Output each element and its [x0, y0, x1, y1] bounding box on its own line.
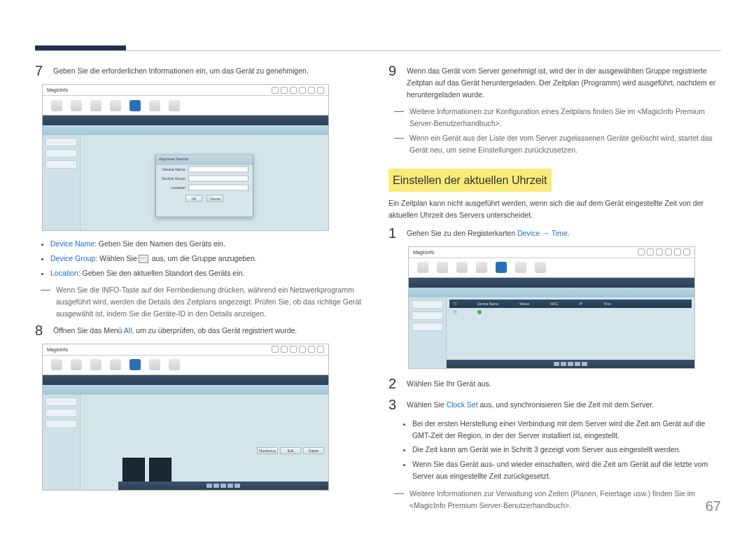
text-pre: Wählen Sie — [407, 400, 447, 409]
left-column: 7 Geben Sie die erforderlichen Informati… — [35, 63, 368, 514]
note-text: Wenn Sie die INFO-Taste auf der Fernbedi… — [56, 284, 368, 319]
device-thumb — [149, 458, 172, 483]
step-9: 9 Wenn das Gerät vom Server genehmigt is… — [388, 63, 721, 100]
ss-subbar — [409, 288, 694, 297]
col-status: Status — [519, 301, 529, 307]
step-text: Öffnen Sie das Menü All, um zu überprüfe… — [53, 323, 297, 338]
ss-logo: MagicInfo — [47, 346, 68, 353]
row-checkbox: ☐ — [454, 309, 456, 315]
bullet-gmt: Bei der ersten Herstellung einer Verbind… — [412, 418, 721, 442]
content-columns: 7 Geben Sie die erforderlichen Informati… — [35, 63, 721, 514]
section-intro: Ein Zeitplan kann nicht ausgeführt werde… — [388, 197, 721, 221]
ss-titlebar: MagicInfo — [409, 247, 694, 258]
modal-input-group — [188, 176, 248, 182]
step-text: Wählen Sie Ihr Gerät aus. — [407, 376, 491, 391]
clock-set: Clock Set — [447, 400, 478, 409]
note-device-delete: ― Wenn ein Gerät aus der Liste der vom S… — [394, 132, 721, 156]
step-2: 2 Wählen Sie Ihr Gerät aus. — [388, 376, 721, 391]
text-pre: Öffnen Sie das Menü — [53, 326, 124, 335]
step-number: 3 — [388, 397, 400, 412]
modal-label-location: Location — [160, 185, 186, 191]
bullet-list-time: Bei der ersten Herstellung einer Verbind… — [412, 418, 721, 482]
ss-titlebar: MagicInfo — [43, 344, 328, 356]
note-text: Wenn ein Gerät aus der Liste der vom Ser… — [410, 132, 721, 156]
text-post: . — [568, 229, 570, 237]
step-text: Geben Sie die erforderlichen Information… — [53, 63, 309, 78]
menu-all: All — [124, 326, 132, 335]
arrow-icon: → — [540, 229, 551, 237]
ss-sidebar — [43, 395, 80, 490]
step-number: 7 — [35, 63, 46, 78]
screenshot-device-time: MagicInfo ☐ Device Name Status MAC IP Ti… — [408, 246, 695, 369]
status-dot-icon — [477, 310, 482, 314]
step-3: 3 Wählen Sie Clock Set aus, und synchron… — [388, 397, 721, 412]
ss-toolbar — [43, 96, 328, 115]
bullet-location: Location: Geben Sie den aktuellen Stando… — [50, 267, 368, 279]
field-text-post: aus, um die Gruppe anzugeben. — [150, 254, 257, 262]
ss-toolbar — [43, 356, 328, 375]
tab-device: Device — [517, 229, 540, 237]
step-text: Wählen Sie Clock Set aus, und synchronis… — [407, 397, 654, 412]
right-column: 9 Wenn das Gerät vom Server genehmigt is… — [388, 63, 721, 514]
approve-modal: Approve Device Device Name Device Group … — [155, 155, 253, 218]
ss-subbar — [43, 385, 328, 395]
page-number: 67 — [706, 498, 721, 514]
note-text: Weitere Informationen zur Verwaltung von… — [410, 488, 721, 512]
ss-footer — [447, 360, 694, 368]
field-text: : Geben Sie den Namen des Geräts ein. — [94, 239, 225, 248]
device-thumb — [122, 458, 145, 483]
step-1: 1 Gehen Sie zu den Registerkarten Device… — [388, 225, 721, 241]
text-post: , um zu überprüfen, ob das Gerät registr… — [132, 326, 297, 335]
step-8: 8 Öffnen Sie das Menü All, um zu überprü… — [35, 323, 368, 338]
btn-edit: Edit — [280, 447, 301, 454]
ss-tabbar — [409, 278, 694, 288]
group-select-icon — [139, 255, 148, 263]
col-mac: MAC — [550, 301, 558, 307]
ss-sidebar — [409, 297, 447, 368]
screenshot-approve-device: MagicInfo Approve Device Device Name Dev… — [42, 84, 329, 231]
modal-input-name — [188, 167, 248, 173]
table-header: ☐ Device Name Status MAC IP Time — [449, 300, 692, 308]
step-number: 8 — [35, 323, 46, 338]
col-name: Device Name — [477, 301, 498, 307]
note-dash-icon: ― — [394, 488, 404, 512]
ss-subbar — [43, 125, 328, 135]
ss-tabbar — [43, 115, 328, 125]
modal-label-group: Device Group — [160, 176, 186, 182]
ss-footer — [118, 482, 328, 490]
ss-content: Approve Device Device Name Device Group … — [80, 135, 328, 230]
table-row: ☐ — [449, 308, 692, 316]
note-time-mgmt: ― Weitere Informationen zur Verwaltung v… — [394, 488, 721, 512]
modal-ok-button: OK — [186, 195, 202, 202]
step-text: Gehen Sie zu den Registerkarten Device →… — [407, 225, 570, 241]
note-text: Weitere Informationen zur Konfiguration … — [410, 106, 721, 129]
bullet-list-fields: Device Name: Geben Sie den Namen des Ger… — [50, 238, 368, 279]
ss-content: Monitoring Edit Delete admin admin — [80, 395, 328, 490]
field-label: Location — [50, 269, 78, 277]
step-text: Wenn das Gerät vom Server genehmigt ist,… — [407, 63, 721, 100]
note-info-remote: ― Wenn Sie die INFO-Taste auf der Fernbe… — [41, 284, 368, 319]
col-ip: IP — [579, 301, 582, 307]
col-time: Time — [603, 301, 611, 307]
ss-logo: MagicInfo — [413, 248, 434, 256]
bullet-step3: Die Zeit kann am Gerät wie in Schritt 3 … — [412, 444, 721, 456]
ss-action-buttons: Monitoring Edit Delete — [257, 447, 324, 454]
ss-window-controls — [272, 87, 324, 94]
text-pre: Gehen Sie zu den Registerkarten — [407, 229, 517, 237]
step-number: 9 — [388, 63, 400, 100]
step-number: 2 — [388, 376, 400, 391]
ss-titlebar: MagicInfo — [43, 85, 328, 96]
bullet-device-group: Device Group: Wählen Sie aus, um die Gru… — [50, 253, 368, 265]
field-label: Device Group — [50, 254, 95, 262]
modal-title: Approve Device — [156, 155, 253, 165]
field-text-pre: : Wählen Sie — [95, 254, 137, 262]
note-dash-icon: ― — [394, 132, 404, 156]
ss-sidebar — [43, 135, 80, 230]
bullet-device-name: Device Name: Geben Sie den Namen des Ger… — [50, 238, 368, 250]
tab-time: Time — [552, 229, 568, 237]
modal-input-location — [188, 185, 248, 191]
note-dash-icon: ― — [41, 284, 50, 319]
field-text: : Geben Sie den aktuellen Standort des G… — [78, 269, 245, 277]
ss-logo: MagicInfo — [47, 86, 68, 94]
btn-delete: Delete — [303, 447, 324, 454]
